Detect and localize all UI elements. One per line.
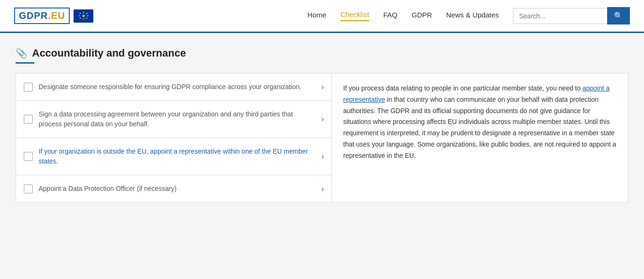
search-icon: 🔍 [614, 12, 623, 20]
search-area: 🔍 [513, 7, 630, 25]
item-text-2: Sign a data processing agreement between… [39, 109, 316, 129]
section-title-text: Accountability and governance [32, 47, 186, 59]
item-text-1: Designate someone responsible for ensuri… [39, 82, 316, 92]
eu-flag-svg: ★ ★ ★ ★ ★ ★ ★ ★ ★ [74, 10, 92, 22]
section-header: 📎 Accountability and governance [16, 47, 628, 59]
chevron-icon-3: › [322, 152, 324, 161]
search-button[interactable]: 🔍 [607, 7, 630, 25]
main-content: 📎 Accountability and governance Designat… [6, 33, 638, 217]
chevron-icon-1: › [322, 83, 324, 91]
logo-text: GDPR.EU [14, 8, 70, 24]
checkbox-3[interactable] [24, 152, 33, 161]
checkbox-2[interactable] [24, 115, 33, 124]
checklist-item-2[interactable]: Sign a data processing agreement between… [16, 101, 331, 138]
nav-checklist[interactable]: Checklist [340, 10, 369, 21]
nav-gdpr[interactable]: GDPR [412, 11, 432, 21]
checklist-item-3[interactable]: If your organization is outside the EU, … [16, 138, 331, 175]
info-text-after: in that country who can communicate on y… [343, 96, 616, 159]
checklist-item-1[interactable]: Designate someone responsible for ensuri… [16, 74, 331, 101]
nav-news[interactable]: News & Updates [446, 11, 499, 21]
info-text-before: If you process data relating to people i… [343, 84, 582, 92]
checkbox-4[interactable] [24, 184, 33, 194]
gdpr-logo: GDPR [19, 10, 48, 21]
eu-flag: ★ ★ ★ ★ ★ ★ ★ ★ ★ [74, 9, 93, 23]
main-nav: Home Checklist FAQ GDPR News & Updates [307, 10, 499, 21]
search-input[interactable] [513, 8, 607, 24]
logo-area: GDPR.EU ★ ★ ★ ★ ★ ★ ★ ★ ★ [14, 8, 93, 24]
clip-icon: 📎 [16, 48, 27, 59]
header: GDPR.EU ★ ★ ★ ★ ★ ★ ★ ★ ★ Home Checklist… [0, 0, 644, 33]
nav-home[interactable]: Home [307, 11, 326, 21]
nav-faq[interactable]: FAQ [383, 11, 397, 21]
checklist-panel: Designate someone responsible for ensuri… [16, 74, 332, 202]
chevron-icon-4: › [322, 185, 324, 193]
logo-suffix: .EU [48, 10, 65, 21]
checkbox-1[interactable] [24, 82, 33, 92]
item-text-4: Appoint a Data Protection Officer (if ne… [39, 184, 316, 194]
item-text-3: If your organization is outside the EU, … [39, 147, 316, 166]
info-panel: If you process data relating to people i… [332, 74, 628, 202]
chevron-icon-2: › [322, 115, 324, 123]
checklist-item-4[interactable]: Appoint a Data Protection Officer (if ne… [16, 175, 331, 202]
content-area: Designate someone responsible for ensuri… [16, 73, 628, 203]
title-underline [16, 62, 34, 64]
info-text: If you process data relating to people i… [343, 83, 617, 162]
